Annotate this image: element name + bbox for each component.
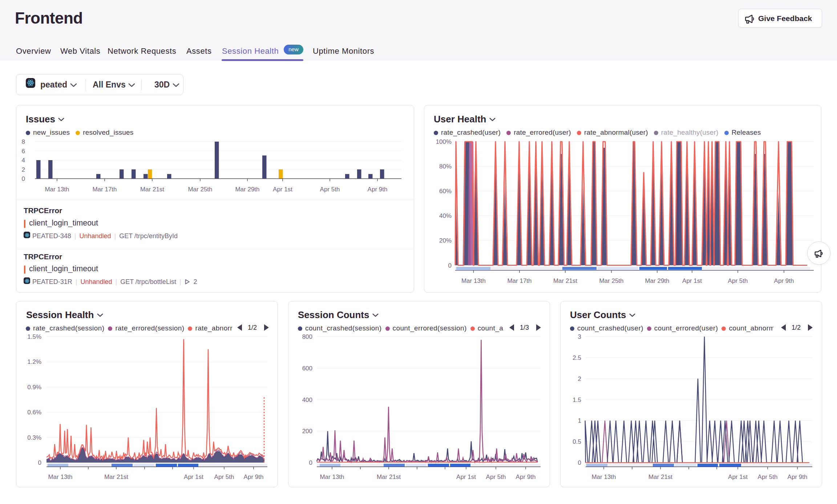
svg-text:Mar 21st: Mar 21st (377, 473, 401, 480)
svg-text:Apr 5th: Apr 5th (320, 186, 340, 193)
svg-text:0.5: 0.5 (573, 438, 581, 445)
svg-text:Apr 1st: Apr 1st (184, 473, 203, 480)
svg-text:20%: 20% (439, 237, 452, 244)
svg-text:Apr 9th: Apr 9th (368, 186, 388, 193)
svg-text:0: 0 (578, 459, 581, 466)
svg-text:Apr 5th: Apr 5th (728, 277, 748, 284)
svg-text:Mar 13th: Mar 13th (45, 186, 69, 193)
svg-text:2: 2 (22, 166, 25, 173)
svg-text:0.9%: 0.9% (27, 384, 41, 391)
svg-text:Mar 13th: Mar 13th (320, 473, 344, 480)
svg-text:600: 600 (302, 365, 312, 372)
svg-text:0: 0 (38, 459, 41, 466)
svg-text:Apr 1st: Apr 1st (273, 186, 292, 193)
svg-text:0.6%: 0.6% (27, 409, 41, 416)
svg-text:Apr 9th: Apr 9th (516, 473, 536, 480)
svg-text:Apr 1st: Apr 1st (728, 473, 748, 480)
svg-text:Mar 29th: Mar 29th (235, 186, 259, 193)
svg-text:100%: 100% (436, 138, 452, 145)
svg-text:Mar 21st: Mar 21st (553, 277, 577, 284)
svg-text:0.3%: 0.3% (27, 434, 41, 441)
svg-text:0: 0 (22, 175, 25, 182)
svg-text:Mar 25th: Mar 25th (599, 277, 623, 284)
svg-text:60%: 60% (439, 188, 452, 195)
svg-text:1.2%: 1.2% (27, 358, 41, 365)
svg-text:Mar 13th: Mar 13th (48, 473, 72, 480)
svg-text:400: 400 (302, 397, 312, 403)
svg-text:Apr 5th: Apr 5th (758, 473, 778, 480)
svg-text:8: 8 (22, 138, 25, 145)
svg-text:Apr 9th: Apr 9th (788, 473, 808, 480)
svg-text:Mar 21st: Mar 21st (648, 473, 672, 480)
svg-text:200: 200 (302, 428, 312, 435)
svg-text:80%: 80% (439, 163, 452, 170)
svg-text:2.5: 2.5 (573, 354, 581, 361)
svg-text:Apr 1st: Apr 1st (456, 473, 476, 480)
svg-text:4: 4 (22, 157, 25, 164)
svg-text:3: 3 (578, 333, 581, 340)
svg-text:Mar 17th: Mar 17th (92, 186, 117, 193)
svg-text:2: 2 (578, 375, 581, 382)
svg-text:0: 0 (309, 459, 312, 466)
svg-text:Mar 21st: Mar 21st (140, 186, 164, 193)
svg-text:800: 800 (302, 333, 312, 340)
svg-text:Apr 5th: Apr 5th (486, 473, 506, 480)
svg-text:40%: 40% (439, 212, 452, 219)
svg-text:0: 0 (448, 262, 452, 269)
svg-text:Mar 13th: Mar 13th (461, 277, 486, 284)
svg-text:Mar 17th: Mar 17th (507, 277, 531, 284)
svg-text:1: 1 (578, 417, 581, 424)
svg-text:Mar 13th: Mar 13th (591, 473, 616, 480)
svg-text:1.5: 1.5 (573, 397, 581, 403)
svg-text:Apr 1st: Apr 1st (682, 277, 702, 284)
svg-text:6: 6 (22, 148, 25, 155)
svg-text:Mar 21st: Mar 21st (104, 473, 128, 480)
svg-text:Apr 9th: Apr 9th (774, 277, 794, 284)
svg-text:Apr 9th: Apr 9th (244, 473, 264, 480)
svg-text:Mar 29th: Mar 29th (645, 277, 669, 284)
svg-text:1.5%: 1.5% (27, 333, 41, 340)
svg-text:Mar 25th: Mar 25th (188, 186, 212, 193)
svg-text:Apr 5th: Apr 5th (214, 473, 234, 480)
